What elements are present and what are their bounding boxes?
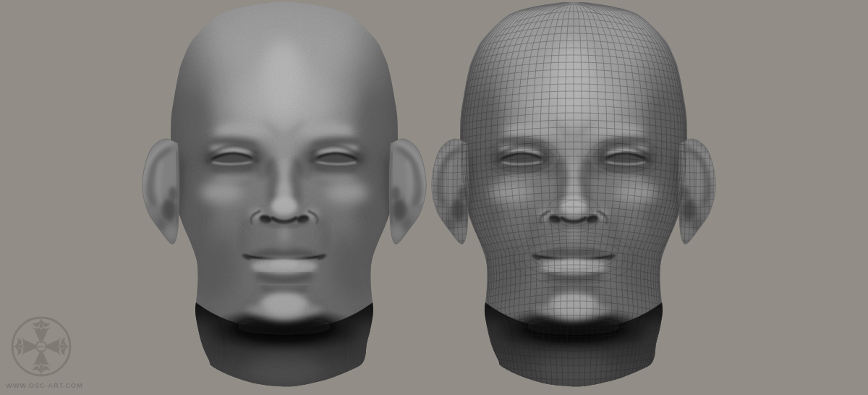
svg-text:WWW.OSC-ART.COM: WWW.OSC-ART.COM — [6, 381, 83, 389]
